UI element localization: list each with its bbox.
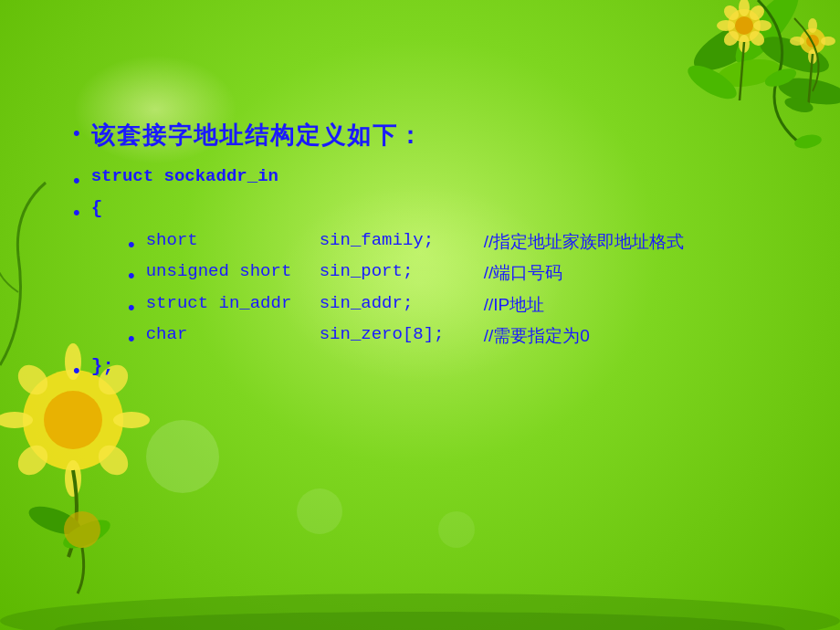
svg-point-27: [65, 460, 81, 497]
svg-point-33: [92, 439, 133, 480]
struct-bullet: •: [73, 168, 80, 194]
svg-point-2: [755, 29, 833, 80]
struct-keyword: struct sockaddr_in: [91, 166, 278, 186]
field2-name: sin_port;: [320, 261, 484, 281]
svg-line-23: [808, 54, 813, 110]
svg-point-42: [762, 65, 798, 89]
main-content: • 该套接字地址结构定义如下： • struct sockaddr_in • {…: [73, 119, 767, 388]
svg-point-37: [146, 420, 219, 493]
svg-point-30: [12, 359, 53, 400]
svg-point-29: [113, 412, 150, 428]
field3-comment: //IP地址: [484, 293, 545, 317]
field4-bullet: •: [128, 326, 135, 352]
svg-point-14: [721, 28, 742, 49]
field1-type: short: [146, 230, 320, 250]
field1-bullet: •: [128, 232, 135, 258]
svg-point-36: [64, 511, 100, 548]
field3-bullet: •: [128, 295, 135, 321]
svg-point-39: [438, 511, 475, 548]
field2-bullet: •: [128, 263, 135, 289]
svg-point-8: [739, 0, 750, 16]
code-section: • struct sockaddr_in • { • short sin_fam…: [73, 166, 767, 383]
svg-line-22: [740, 42, 744, 100]
svg-point-15: [747, 28, 768, 49]
svg-point-4: [683, 59, 741, 106]
svg-point-19: [808, 49, 817, 64]
svg-point-44: [793, 133, 823, 151]
svg-point-10: [717, 20, 735, 31]
svg-point-1: [727, 0, 808, 72]
svg-point-0: [687, 11, 774, 80]
field-sin-addr: • struct in_addr sin_addr; //IP地址: [73, 293, 767, 321]
svg-point-7: [735, 16, 753, 35]
svg-point-41: [55, 612, 785, 630]
field4-comment: //需要指定为0: [484, 324, 590, 348]
slide: • 该套接字地址结构定义如下： • struct sockaddr_in • {…: [0, 0, 840, 630]
svg-point-25: [44, 391, 102, 449]
field-sin-family: • short sin_family; //指定地址家族即地址格式: [73, 230, 767, 258]
svg-point-13: [747, 3, 768, 24]
svg-point-9: [739, 35, 750, 53]
field2-type: unsigned short: [146, 261, 320, 281]
svg-point-16: [800, 28, 825, 54]
svg-point-5: [776, 74, 840, 110]
svg-point-20: [790, 37, 804, 46]
close-brace: };: [91, 356, 265, 377]
field3-type: struct in_addr: [146, 293, 320, 313]
svg-point-34: [26, 500, 85, 540]
field1-comment: //指定地址家族即地址格式: [484, 230, 685, 254]
title-bullet-item: • 该套接字地址结构定义如下：: [73, 119, 767, 152]
field-sin-port: • unsigned short sin_port; //端口号码: [73, 261, 767, 289]
svg-point-43: [783, 95, 815, 115]
svg-point-17: [806, 35, 819, 47]
svg-point-32: [12, 439, 53, 480]
svg-point-38: [297, 488, 342, 534]
brace-bullet: •: [73, 200, 80, 226]
svg-point-12: [721, 3, 742, 24]
field2-comment: //端口号码: [484, 261, 563, 285]
svg-point-21: [821, 37, 835, 46]
code-open-brace-line: • {: [73, 198, 767, 226]
svg-point-3: [715, 55, 782, 91]
field1-name: sin_family;: [320, 230, 484, 250]
svg-point-28: [0, 412, 33, 428]
title-text: 该套接字地址结构定义如下：: [91, 119, 424, 152]
field3-name: sin_addr;: [320, 293, 484, 313]
close-brace-bullet: •: [73, 358, 80, 384]
open-brace: {: [91, 198, 265, 219]
svg-point-6: [728, 9, 761, 42]
svg-point-11: [753, 20, 772, 31]
svg-point-40: [0, 593, 840, 630]
svg-point-35: [59, 514, 114, 554]
field4-name: sin_zero[8];: [320, 324, 484, 344]
code-close-brace-line: • };: [73, 356, 767, 384]
svg-point-18: [808, 18, 817, 33]
title-bullet-dot: •: [73, 121, 80, 147]
code-struct-line: • struct sockaddr_in: [73, 166, 767, 194]
field-sin-zero: • char sin_zero[8]; //需要指定为0: [73, 324, 767, 352]
field4-type: char: [146, 324, 320, 344]
